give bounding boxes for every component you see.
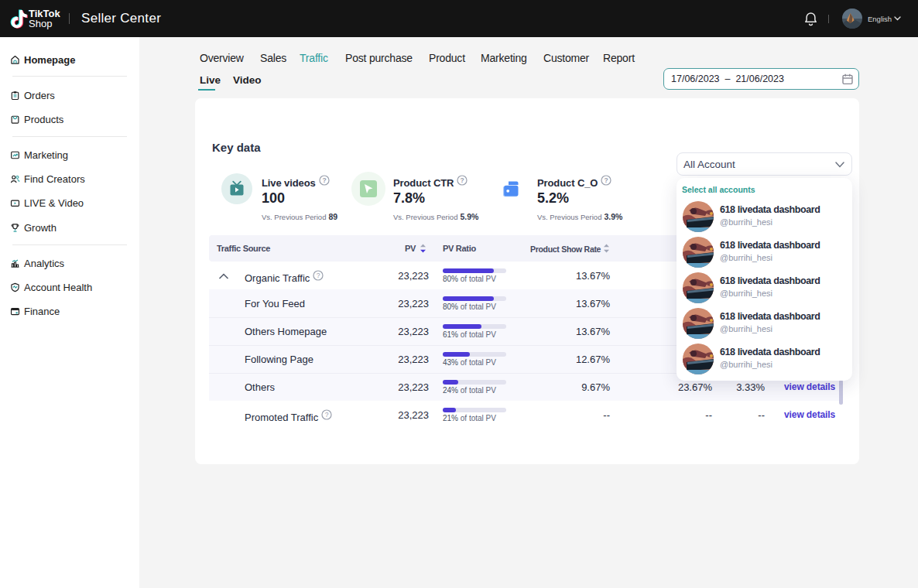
svg-text:?: ? — [605, 176, 608, 184]
svg-text:?: ? — [325, 411, 329, 419]
svg-text:?: ? — [317, 272, 320, 279]
svg-text:?: ? — [322, 176, 326, 184]
svg-text:?: ? — [461, 176, 464, 184]
